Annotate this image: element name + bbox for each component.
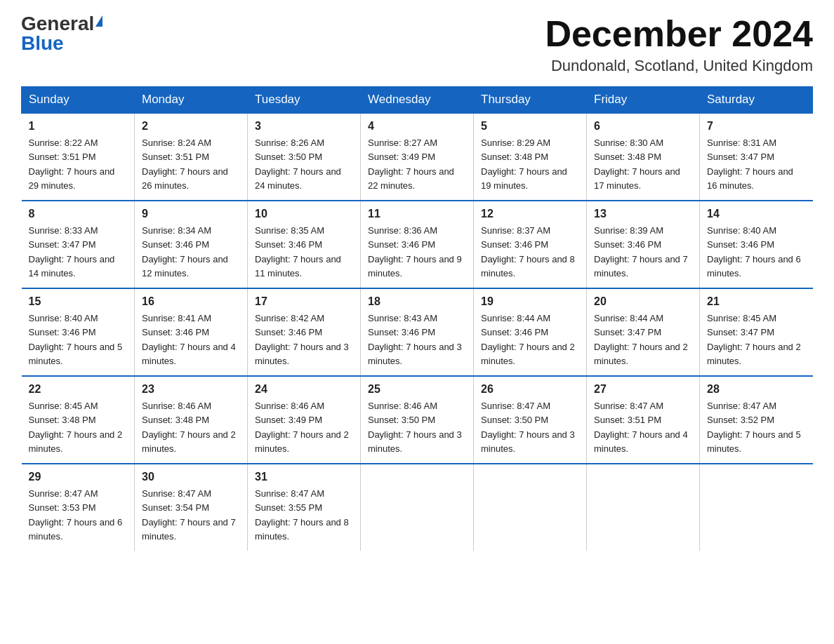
calendar-day-cell: 27 Sunrise: 8:47 AMSunset: 3:51 PMDaylig… — [587, 376, 700, 464]
day-info: Sunrise: 8:34 AMSunset: 3:46 PMDaylight:… — [142, 225, 228, 279]
day-number: 7 — [707, 118, 806, 135]
day-number: 24 — [255, 381, 353, 398]
day-number: 6 — [594, 118, 692, 135]
column-header-saturday: Saturday — [700, 87, 813, 114]
day-number: 26 — [481, 381, 579, 398]
day-info: Sunrise: 8:42 AMSunset: 3:46 PMDaylight:… — [255, 313, 349, 366]
calendar-day-cell: 25 Sunrise: 8:46 AMSunset: 3:50 PMDaylig… — [361, 376, 474, 464]
day-info: Sunrise: 8:47 AMSunset: 3:54 PMDaylight:… — [142, 488, 236, 542]
day-info: Sunrise: 8:40 AMSunset: 3:46 PMDaylight:… — [707, 225, 801, 279]
day-info: Sunrise: 8:47 AMSunset: 3:52 PMDaylight:… — [707, 401, 801, 454]
calendar-day-cell: 11 Sunrise: 8:36 AMSunset: 3:46 PMDaylig… — [361, 201, 474, 288]
day-number: 31 — [255, 469, 353, 485]
day-number: 17 — [255, 293, 353, 310]
day-number: 19 — [481, 293, 579, 310]
day-number: 15 — [29, 293, 128, 310]
day-info: Sunrise: 8:45 AMSunset: 3:48 PMDaylight:… — [29, 401, 123, 454]
location-title: Dundonald, Scotland, United Kingdom — [545, 57, 813, 75]
calendar-day-cell: 22 Sunrise: 8:45 AMSunset: 3:48 PMDaylig… — [22, 376, 135, 464]
day-info: Sunrise: 8:47 AMSunset: 3:51 PMDaylight:… — [594, 401, 688, 454]
logo: General Blue — [21, 14, 102, 53]
logo-blue-text: Blue — [21, 34, 64, 53]
calendar-day-cell: 30 Sunrise: 8:47 AMSunset: 3:54 PMDaylig… — [135, 464, 248, 551]
calendar-day-cell: 2 Sunrise: 8:24 AMSunset: 3:51 PMDayligh… — [135, 113, 248, 201]
column-header-wednesday: Wednesday — [361, 87, 474, 114]
day-number: 4 — [368, 118, 466, 135]
calendar-day-cell: 7 Sunrise: 8:31 AMSunset: 3:47 PMDayligh… — [700, 113, 813, 201]
calendar-week-row: 8 Sunrise: 8:33 AMSunset: 3:47 PMDayligh… — [22, 201, 813, 288]
calendar-day-cell: 16 Sunrise: 8:41 AMSunset: 3:46 PMDaylig… — [135, 288, 248, 376]
day-number: 5 — [481, 118, 579, 135]
column-header-thursday: Thursday — [474, 87, 587, 114]
calendar-day-cell: 10 Sunrise: 8:35 AMSunset: 3:46 PMDaylig… — [248, 201, 361, 288]
day-info: Sunrise: 8:40 AMSunset: 3:46 PMDaylight:… — [29, 313, 123, 366]
column-header-monday: Monday — [135, 87, 248, 114]
calendar-day-cell: 17 Sunrise: 8:42 AMSunset: 3:46 PMDaylig… — [248, 288, 361, 376]
day-info: Sunrise: 8:37 AMSunset: 3:46 PMDaylight:… — [481, 225, 575, 279]
day-info: Sunrise: 8:46 AMSunset: 3:49 PMDaylight:… — [255, 401, 349, 454]
calendar-day-cell: 3 Sunrise: 8:26 AMSunset: 3:50 PMDayligh… — [248, 113, 361, 201]
day-number: 13 — [594, 206, 692, 222]
day-info: Sunrise: 8:26 AMSunset: 3:50 PMDaylight:… — [255, 137, 341, 191]
day-number: 30 — [142, 469, 240, 485]
day-number: 1 — [29, 118, 128, 135]
day-number: 22 — [29, 381, 128, 398]
day-info: Sunrise: 8:46 AMSunset: 3:48 PMDaylight:… — [142, 401, 236, 454]
column-header-tuesday: Tuesday — [248, 87, 361, 114]
day-number: 25 — [368, 381, 466, 398]
day-number: 21 — [707, 293, 806, 310]
day-number: 2 — [142, 118, 240, 135]
calendar-day-cell: 13 Sunrise: 8:39 AMSunset: 3:46 PMDaylig… — [587, 201, 700, 288]
calendar-day-cell: 23 Sunrise: 8:46 AMSunset: 3:48 PMDaylig… — [135, 376, 248, 464]
day-number: 9 — [142, 206, 240, 222]
day-info: Sunrise: 8:41 AMSunset: 3:46 PMDaylight:… — [142, 313, 236, 366]
calendar-table: SundayMondayTuesdayWednesdayThursdayFrid… — [21, 86, 813, 551]
logo-triangle-icon — [95, 15, 102, 27]
day-number: 28 — [707, 381, 806, 398]
day-number: 27 — [594, 381, 692, 398]
calendar-empty-cell — [700, 464, 813, 551]
calendar-day-cell: 1 Sunrise: 8:22 AMSunset: 3:51 PMDayligh… — [22, 113, 135, 201]
logo-general-text: General — [21, 14, 94, 34]
calendar-week-row: 22 Sunrise: 8:45 AMSunset: 3:48 PMDaylig… — [22, 376, 813, 464]
day-info: Sunrise: 8:47 AMSunset: 3:53 PMDaylight:… — [29, 488, 123, 542]
calendar-day-cell: 15 Sunrise: 8:40 AMSunset: 3:46 PMDaylig… — [22, 288, 135, 376]
calendar-day-cell: 26 Sunrise: 8:47 AMSunset: 3:50 PMDaylig… — [474, 376, 587, 464]
day-info: Sunrise: 8:24 AMSunset: 3:51 PMDaylight:… — [142, 137, 228, 191]
calendar-day-cell: 19 Sunrise: 8:44 AMSunset: 3:46 PMDaylig… — [474, 288, 587, 376]
day-info: Sunrise: 8:31 AMSunset: 3:47 PMDaylight:… — [707, 137, 793, 191]
page-header: General Blue December 2024 Dundonald, Sc… — [21, 14, 813, 75]
day-info: Sunrise: 8:43 AMSunset: 3:46 PMDaylight:… — [368, 313, 462, 366]
column-header-sunday: Sunday — [22, 87, 135, 114]
calendar-day-cell: 6 Sunrise: 8:30 AMSunset: 3:48 PMDayligh… — [587, 113, 700, 201]
day-info: Sunrise: 8:22 AMSunset: 3:51 PMDaylight:… — [29, 137, 115, 191]
day-info: Sunrise: 8:27 AMSunset: 3:49 PMDaylight:… — [368, 137, 454, 191]
calendar-week-row: 15 Sunrise: 8:40 AMSunset: 3:46 PMDaylig… — [22, 288, 813, 376]
day-number: 18 — [368, 293, 466, 310]
day-info: Sunrise: 8:39 AMSunset: 3:46 PMDaylight:… — [594, 225, 688, 279]
calendar-day-cell: 8 Sunrise: 8:33 AMSunset: 3:47 PMDayligh… — [22, 201, 135, 288]
column-header-friday: Friday — [587, 87, 700, 114]
title-area: December 2024 Dundonald, Scotland, Unite… — [545, 14, 813, 75]
day-info: Sunrise: 8:33 AMSunset: 3:47 PMDaylight:… — [29, 225, 115, 279]
calendar-empty-cell — [361, 464, 474, 551]
calendar-day-cell: 9 Sunrise: 8:34 AMSunset: 3:46 PMDayligh… — [135, 201, 248, 288]
day-number: 20 — [594, 293, 692, 310]
day-number: 10 — [255, 206, 353, 222]
calendar-day-cell: 5 Sunrise: 8:29 AMSunset: 3:48 PMDayligh… — [474, 113, 587, 201]
day-info: Sunrise: 8:44 AMSunset: 3:47 PMDaylight:… — [594, 313, 688, 366]
calendar-empty-cell — [587, 464, 700, 551]
calendar-day-cell: 14 Sunrise: 8:40 AMSunset: 3:46 PMDaylig… — [700, 201, 813, 288]
calendar-empty-cell — [474, 464, 587, 551]
calendar-week-row: 29 Sunrise: 8:47 AMSunset: 3:53 PMDaylig… — [22, 464, 813, 551]
calendar-day-cell: 20 Sunrise: 8:44 AMSunset: 3:47 PMDaylig… — [587, 288, 700, 376]
calendar-day-cell: 24 Sunrise: 8:46 AMSunset: 3:49 PMDaylig… — [248, 376, 361, 464]
day-number: 8 — [29, 206, 128, 222]
day-number: 3 — [255, 118, 353, 135]
day-number: 16 — [142, 293, 240, 310]
calendar-day-cell: 4 Sunrise: 8:27 AMSunset: 3:49 PMDayligh… — [361, 113, 474, 201]
day-info: Sunrise: 8:47 AMSunset: 3:50 PMDaylight:… — [481, 401, 575, 454]
day-info: Sunrise: 8:45 AMSunset: 3:47 PMDaylight:… — [707, 313, 801, 366]
day-info: Sunrise: 8:29 AMSunset: 3:48 PMDaylight:… — [481, 137, 567, 191]
calendar-header-row: SundayMondayTuesdayWednesdayThursdayFrid… — [22, 87, 813, 114]
